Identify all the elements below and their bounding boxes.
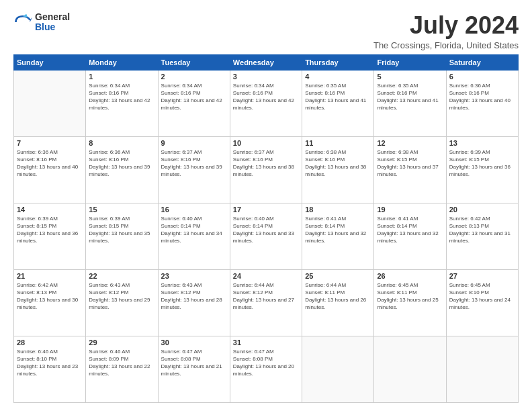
day-cell-w4d5 (374, 336, 446, 402)
location: The Crossings, Florida, United States (373, 40, 519, 50)
day-cell-w3d4: 25Sunrise: 6:44 AMSunset: 8:11 PMDayligh… (302, 269, 374, 336)
month-title: July 2024 (373, 12, 519, 39)
day-cell-w0d2: 2Sunrise: 6:34 AMSunset: 8:16 PMDaylight… (158, 70, 230, 136)
day-number: 16 (161, 205, 227, 214)
logo-icon (13, 13, 32, 32)
day-info: Sunrise: 6:36 AMSunset: 8:16 PMDaylight:… (89, 148, 154, 179)
day-number: 28 (17, 338, 83, 347)
day-info: Sunrise: 6:37 AMSunset: 8:16 PMDaylight:… (233, 148, 299, 179)
day-info: Sunrise: 6:41 AMSunset: 8:14 PMDaylight:… (305, 215, 371, 245)
week-row-1: 1Sunrise: 6:34 AMSunset: 8:16 PMDaylight… (14, 70, 519, 136)
day-number: 27 (449, 272, 515, 280)
day-cell-w2d6: 20Sunrise: 6:42 AMSunset: 8:13 PMDayligh… (446, 203, 518, 269)
day-number: 4 (305, 73, 371, 81)
day-info: Sunrise: 6:45 AMSunset: 8:11 PMDaylight:… (377, 281, 443, 312)
header: General Blue July 2024 The Crossings, Fl… (13, 12, 519, 50)
day-cell-w0d4: 4Sunrise: 6:35 AMSunset: 8:16 PMDaylight… (302, 70, 374, 136)
day-cell-w1d4: 11Sunrise: 6:38 AMSunset: 8:16 PMDayligh… (302, 136, 374, 203)
day-number: 10 (233, 139, 299, 147)
day-info: Sunrise: 6:40 AMSunset: 8:14 PMDaylight:… (161, 215, 227, 245)
day-info: Sunrise: 6:36 AMSunset: 8:16 PMDaylight:… (449, 82, 515, 112)
day-number: 23 (161, 272, 227, 280)
day-number: 30 (161, 338, 227, 347)
day-number: 15 (89, 205, 154, 214)
day-number: 19 (377, 205, 443, 214)
day-cell-w2d2: 16Sunrise: 6:40 AMSunset: 8:14 PMDayligh… (158, 203, 230, 269)
day-info: Sunrise: 6:37 AMSunset: 8:16 PMDaylight:… (161, 148, 227, 179)
col-friday: Friday (374, 54, 446, 70)
day-number: 2 (161, 73, 227, 81)
day-cell-w0d3: 3Sunrise: 6:34 AMSunset: 8:16 PMDaylight… (230, 70, 302, 136)
logo: General Blue (13, 12, 70, 33)
logo-text: General Blue (35, 12, 70, 33)
day-cell-w0d0 (14, 70, 86, 136)
day-info: Sunrise: 6:46 AMSunset: 8:10 PMDaylight:… (17, 348, 83, 378)
day-cell-w3d0: 21Sunrise: 6:42 AMSunset: 8:13 PMDayligh… (14, 269, 86, 336)
page: General Blue July 2024 The Crossings, Fl… (0, 0, 532, 411)
day-cell-w3d1: 22Sunrise: 6:43 AMSunset: 8:12 PMDayligh… (86, 269, 158, 336)
day-number: 5 (377, 73, 443, 81)
day-number: 29 (89, 338, 154, 347)
col-thursday: Thursday (302, 54, 374, 70)
day-info: Sunrise: 6:42 AMSunset: 8:13 PMDaylight:… (449, 215, 515, 245)
day-cell-w0d1: 1Sunrise: 6:34 AMSunset: 8:16 PMDaylight… (86, 70, 158, 136)
day-info: Sunrise: 6:45 AMSunset: 8:10 PMDaylight:… (449, 281, 515, 312)
day-number: 17 (233, 205, 299, 214)
day-cell-w1d5: 12Sunrise: 6:38 AMSunset: 8:15 PMDayligh… (374, 136, 446, 203)
day-info: Sunrise: 6:43 AMSunset: 8:12 PMDaylight:… (89, 281, 154, 312)
day-cell-w2d0: 14Sunrise: 6:39 AMSunset: 8:15 PMDayligh… (14, 203, 86, 269)
week-row-3: 14Sunrise: 6:39 AMSunset: 8:15 PMDayligh… (14, 203, 519, 269)
day-number: 13 (449, 139, 515, 147)
day-cell-w3d3: 24Sunrise: 6:44 AMSunset: 8:12 PMDayligh… (230, 269, 302, 336)
col-wednesday: Wednesday (230, 54, 302, 70)
day-cell-w3d2: 23Sunrise: 6:43 AMSunset: 8:12 PMDayligh… (158, 269, 230, 336)
calendar-header-row: Sunday Monday Tuesday Wednesday Thursday… (14, 54, 519, 70)
day-number: 26 (377, 272, 443, 280)
day-info: Sunrise: 6:38 AMSunset: 8:15 PMDaylight:… (377, 148, 443, 179)
day-number: 8 (89, 139, 154, 147)
day-number: 25 (305, 272, 371, 280)
day-number: 21 (17, 272, 83, 280)
day-cell-w4d6 (446, 336, 518, 402)
col-monday: Monday (86, 54, 158, 70)
col-tuesday: Tuesday (158, 54, 230, 70)
day-cell-w1d2: 9Sunrise: 6:37 AMSunset: 8:16 PMDaylight… (158, 136, 230, 203)
title-block: July 2024 The Crossings, Florida, United… (373, 12, 519, 50)
day-info: Sunrise: 6:44 AMSunset: 8:11 PMDaylight:… (305, 281, 371, 312)
day-info: Sunrise: 6:40 AMSunset: 8:14 PMDaylight:… (233, 215, 299, 245)
day-number: 14 (17, 205, 83, 214)
day-info: Sunrise: 6:35 AMSunset: 8:16 PMDaylight:… (377, 82, 443, 112)
day-info: Sunrise: 6:47 AMSunset: 8:08 PMDaylight:… (161, 348, 227, 378)
col-saturday: Saturday (446, 54, 518, 70)
day-cell-w2d1: 15Sunrise: 6:39 AMSunset: 8:15 PMDayligh… (86, 203, 158, 269)
logo-general-text: General (35, 12, 70, 22)
day-cell-w4d1: 29Sunrise: 6:46 AMSunset: 8:09 PMDayligh… (86, 336, 158, 402)
day-info: Sunrise: 6:41 AMSunset: 8:14 PMDaylight:… (377, 215, 443, 245)
week-row-2: 7Sunrise: 6:36 AMSunset: 8:16 PMDaylight… (14, 136, 519, 203)
day-number: 18 (305, 205, 371, 214)
day-cell-w1d6: 13Sunrise: 6:39 AMSunset: 8:15 PMDayligh… (446, 136, 518, 203)
day-info: Sunrise: 6:34 AMSunset: 8:16 PMDaylight:… (233, 82, 299, 112)
logo-blue-text: Blue (35, 22, 70, 32)
week-row-5: 28Sunrise: 6:46 AMSunset: 8:10 PMDayligh… (14, 336, 519, 402)
day-info: Sunrise: 6:46 AMSunset: 8:09 PMDaylight:… (89, 348, 154, 378)
day-number: 20 (449, 205, 515, 214)
day-cell-w2d3: 17Sunrise: 6:40 AMSunset: 8:14 PMDayligh… (230, 203, 302, 269)
day-number: 24 (233, 272, 299, 280)
day-info: Sunrise: 6:44 AMSunset: 8:12 PMDaylight:… (233, 281, 299, 312)
day-number: 31 (233, 338, 299, 347)
day-cell-w0d6: 6Sunrise: 6:36 AMSunset: 8:16 PMDaylight… (446, 70, 518, 136)
day-cell-w1d1: 8Sunrise: 6:36 AMSunset: 8:16 PMDaylight… (86, 136, 158, 203)
day-info: Sunrise: 6:47 AMSunset: 8:08 PMDaylight:… (233, 348, 299, 378)
day-cell-w1d0: 7Sunrise: 6:36 AMSunset: 8:16 PMDaylight… (14, 136, 86, 203)
day-number: 12 (377, 139, 443, 147)
day-info: Sunrise: 6:39 AMSunset: 8:15 PMDaylight:… (449, 148, 515, 179)
day-info: Sunrise: 6:36 AMSunset: 8:16 PMDaylight:… (17, 148, 83, 179)
day-number: 7 (17, 139, 83, 147)
day-number: 6 (449, 73, 515, 81)
day-number: 11 (305, 139, 371, 147)
calendar: Sunday Monday Tuesday Wednesday Thursday… (13, 54, 519, 403)
day-cell-w3d6: 27Sunrise: 6:45 AMSunset: 8:10 PMDayligh… (446, 269, 518, 336)
day-cell-w2d4: 18Sunrise: 6:41 AMSunset: 8:14 PMDayligh… (302, 203, 374, 269)
day-cell-w4d3: 31Sunrise: 6:47 AMSunset: 8:08 PMDayligh… (230, 336, 302, 402)
